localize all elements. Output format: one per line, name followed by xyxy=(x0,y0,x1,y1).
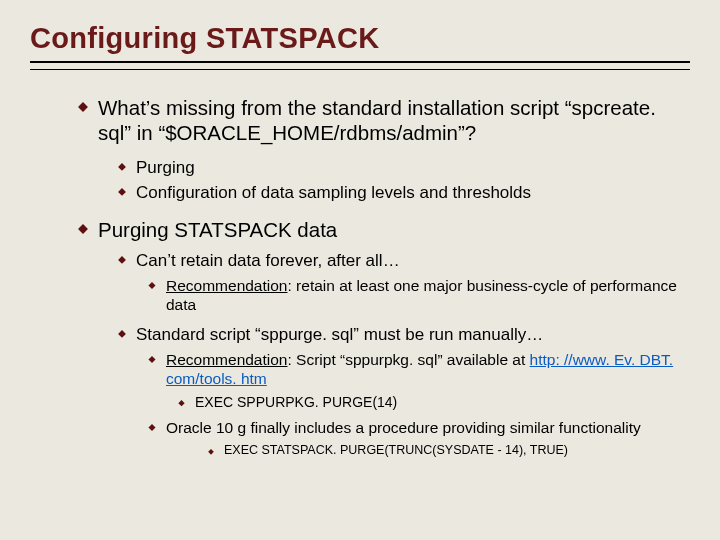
diamond-icon xyxy=(118,188,126,196)
bullet-text: Can’t retain data forever, after all… xyxy=(136,250,690,271)
bullet-level5: EXEC STATSPACK. PURGE(TRUNC(SYSDATE - 14… xyxy=(208,443,690,459)
diamond-icon xyxy=(148,424,156,432)
slide: Configuring STATSPACK What’s missing fro… xyxy=(0,0,720,485)
svg-rect-3 xyxy=(78,224,88,234)
recommendation-label: Recommendation xyxy=(166,277,287,294)
bullet-text: What’s missing from the standard install… xyxy=(98,96,690,145)
bullet-text: Configuration of data sampling levels an… xyxy=(136,182,690,203)
svg-rect-6 xyxy=(118,330,126,338)
title-rule xyxy=(30,61,690,70)
bullet-text: EXEC SPPURPKG. PURGE(14) xyxy=(195,394,690,412)
diamond-icon xyxy=(118,330,126,338)
svg-rect-2 xyxy=(118,188,126,196)
bullet-text: Purging STATSPACK data xyxy=(98,218,690,243)
bullet-level2: Standard script “sppurge. sql” must be r… xyxy=(118,324,690,345)
svg-rect-1 xyxy=(118,163,126,171)
diamond-icon xyxy=(118,256,126,264)
diamond-icon xyxy=(78,224,88,234)
recommendation-rest: : Script “sppurpkg. sql” available at xyxy=(287,351,529,368)
diamond-icon xyxy=(148,356,156,364)
bullet-text: Recommendation: retain at least one majo… xyxy=(166,276,690,315)
bullet-level2: Can’t retain data forever, after all… xyxy=(118,250,690,271)
bullet-text: EXEC STATSPACK. PURGE(TRUNC(SYSDATE - 14… xyxy=(224,443,690,459)
svg-rect-4 xyxy=(118,256,126,264)
svg-rect-7 xyxy=(148,356,155,363)
slide-title: Configuring STATSPACK xyxy=(30,22,690,55)
diamond-icon xyxy=(208,449,214,455)
svg-rect-10 xyxy=(208,449,214,455)
bullet-level4: EXEC SPPURPKG. PURGE(14) xyxy=(178,394,690,412)
bullet-text: Standard script “sppurge. sql” must be r… xyxy=(136,324,690,345)
recommendation-label: Recommendation xyxy=(166,351,287,368)
bullet-level1: What’s missing from the standard install… xyxy=(78,96,690,145)
bullet-level1: Purging STATSPACK data xyxy=(78,218,690,243)
bullet-text: Oracle 10 g finally includes a procedure… xyxy=(166,418,690,437)
diamond-icon xyxy=(118,163,126,171)
bullet-level2: Configuration of data sampling levels an… xyxy=(118,182,690,203)
diamond-icon xyxy=(78,102,88,112)
bullet-level2: Purging xyxy=(118,157,690,178)
bullet-text: Purging xyxy=(136,157,690,178)
diamond-icon xyxy=(148,282,156,290)
bullet-level3: Recommendation: retain at least one majo… xyxy=(148,276,690,315)
diamond-icon xyxy=(178,400,185,407)
svg-rect-8 xyxy=(178,400,184,406)
svg-rect-9 xyxy=(148,424,155,431)
bullet-text: Recommendation: Script “sppurpkg. sql” a… xyxy=(166,350,690,389)
bullet-level3: Recommendation: Script “sppurpkg. sql” a… xyxy=(148,350,690,389)
svg-rect-0 xyxy=(78,102,88,112)
svg-rect-5 xyxy=(148,282,155,289)
bullet-level3: Oracle 10 g finally includes a procedure… xyxy=(148,418,690,437)
